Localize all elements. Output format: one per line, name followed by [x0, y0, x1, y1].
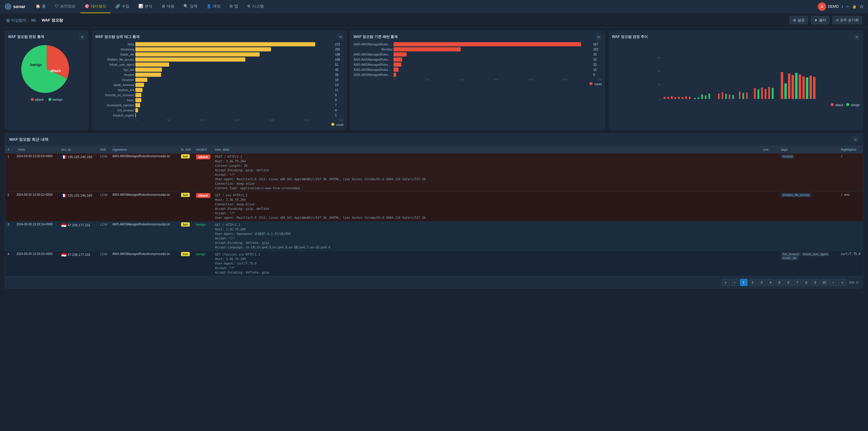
nav-apps[interactable]: ⊞ 앱 [225, 0, 242, 13]
row-raw: GET / HTTP/1.1 Host: 3.36.79.204 User-Ag… [213, 221, 761, 251]
panel2-menu[interactable]: ≡ [337, 34, 343, 40]
page-7[interactable]: 7 [794, 279, 801, 286]
tag-val: 4 [335, 109, 343, 112]
col-ip: src_ip [59, 146, 98, 153]
dashboard-icon: 🎯 [85, 4, 89, 8]
verdict-attack: attack [196, 193, 210, 198]
tag-bar [135, 57, 245, 62]
pagination: « ‹ 1 2 3 4 5 6 7 8 9 10 › » 886 건 [5, 276, 863, 288]
page-next[interactable]: › [830, 279, 837, 286]
row-verdict: attack [194, 192, 213, 221]
tag-bar-wrap [135, 93, 334, 97]
table-row[interactable]: 2 2024-09-30 13:36:52+0900 🇫🇷 135.125.24… [5, 192, 863, 221]
nav-user[interactable]: D DEMO [818, 2, 839, 11]
tag-label: #scanner [95, 78, 134, 82]
benign-dot [49, 98, 52, 101]
page-9[interactable]: 9 [811, 279, 819, 286]
filter-button[interactable]: ▼ 필터 [811, 16, 830, 24]
page-4[interactable]: 4 [767, 279, 774, 286]
lock-icon[interactable]: 🔒 [852, 4, 857, 9]
panel1-menu[interactable]: ≡ [79, 34, 85, 40]
breadcrumb-root[interactable]: 웹 이상탐지 [6, 18, 27, 23]
trend-attack-legend: attack [831, 103, 843, 107]
page-3[interactable]: 3 [758, 279, 766, 286]
nav-response[interactable]: 🖥 대응 [157, 0, 179, 13]
ip-address: 135.125.246.189 [67, 155, 92, 159]
page-first[interactable]: « [722, 279, 730, 286]
tag-bar [135, 42, 315, 46]
main-content: WAF 정오탐 판정 통계 ≡ attack benign [0, 28, 868, 292]
row-tags [779, 221, 838, 251]
table-menu[interactable]: ≡ [853, 136, 859, 143]
tag-val: 188 [335, 53, 343, 56]
svg-rect-41 [732, 95, 734, 99]
nav-security[interactable]: 🛡 보안정보 [51, 0, 80, 13]
svg-rect-46 [757, 89, 759, 99]
panel2-title: WAF 정오탐 상위 태그 통계 ≡ [95, 34, 343, 40]
page-2[interactable]: 2 [749, 279, 756, 286]
table-row[interactable]: 1 2024-09-30 13:36:53+0900 🇫🇷 135.125.24… [5, 153, 863, 192]
tag-bar-wrap [135, 83, 334, 87]
col-highlights: highlights [838, 146, 863, 153]
tag-val: 39 [335, 73, 343, 76]
nav-analysis[interactable]: 📊 분석 [134, 0, 157, 13]
tag-val: 205 [335, 48, 343, 51]
page-8[interactable]: 8 [803, 279, 810, 286]
nav-account[interactable]: 👤 계정 [202, 0, 225, 13]
tag-bar [135, 73, 161, 77]
page-6[interactable]: 6 [785, 279, 793, 286]
nav-dashboard[interactable]: 🎯 대시보드 [81, 0, 111, 13]
page-10[interactable]: 10 [820, 279, 828, 286]
reset-button[interactable]: ↺ 모두 초기화 [832, 16, 862, 24]
row-highlights: /.env [838, 192, 863, 221]
raw-data-content: GET /.env HTTP/1.1 Host: 3.36.79.204 Con… [215, 193, 758, 220]
legend-benign: benign [49, 98, 62, 101]
info-icon[interactable]: ℹ [842, 4, 843, 9]
tag-label: #python_bot [95, 89, 134, 92]
edit-icon[interactable]: ✏ [846, 4, 849, 9]
pattern-bar-row: AWS-AWSManagedRulesAdmi... 15 [353, 67, 601, 72]
table-row[interactable]: 3 2024-09-30 13:29:15+0900 🇮🇩 47.236.177… [5, 221, 863, 251]
svg-text:benign: benign [30, 63, 42, 67]
attack-dot [31, 98, 34, 101]
row-highlights: curl/7.75.0 [838, 251, 863, 276]
page-1[interactable]: 1 [740, 279, 748, 286]
svg-rect-57 [802, 76, 805, 99]
row-risk: LOW [98, 251, 110, 276]
panel4-title: WAF 정오탐 판정 추이 ≡ [612, 34, 860, 40]
nav-policy[interactable]: 🔍 정책 [179, 0, 202, 13]
table-row[interactable]: 4 2024-09-30 13:29:15+0900 🇮🇩 47.236.177… [5, 251, 863, 276]
panel-pattern-stats: WAF 정오탐 기존 패턴 통계 ≡ AWS-AWSManagedRulesAn… [350, 30, 605, 130]
tag-bar-wrap [135, 67, 334, 72]
pattern-label: AWS-AWSManagedRulesKnow... [353, 53, 392, 56]
nav-home[interactable]: 🏠 홈 [31, 0, 50, 13]
reset-icon: ↺ [836, 18, 839, 23]
pattern-bar [394, 67, 399, 72]
col-cve: cve [761, 146, 779, 153]
svg-rect-59 [809, 75, 812, 99]
svg-rect-24 [663, 97, 665, 99]
panel4-menu[interactable]: ≡ [854, 34, 860, 40]
tag-badge: #hidden_file_access [781, 193, 811, 197]
breadcrumb-actions: ⚙ 설정 ▼ 필터 ↺ 모두 초기화 [790, 16, 862, 24]
nav-system[interactable]: ⚙ 시스템 [243, 0, 268, 13]
pattern-bar-row: Blocklist 203 [353, 47, 601, 52]
nav-collect[interactable]: 🔗 수집 [111, 0, 133, 13]
panel3-menu[interactable]: ≡ [596, 34, 602, 40]
power-icon[interactable]: ⏻ [860, 4, 863, 9]
page-prev[interactable]: ‹ [731, 279, 739, 286]
tag-val: 18 [335, 78, 343, 82]
tag-bar-wrap [135, 78, 334, 82]
page-last[interactable]: » [838, 279, 846, 286]
panel1-title: WAF 정오탐 판정 통계 ≡ [8, 34, 85, 40]
tag-bar-row: #command_injection 7 [95, 103, 343, 107]
svg-rect-50 [772, 88, 774, 99]
panel-tag-stats: WAF 정오탐 상위 태그 통계 ≡ #php 272 #scanning 20… [92, 30, 347, 130]
trend-svg: 0 20 40 60 16:00 18:00 20:00 22:00 2024-… [612, 42, 860, 102]
settings-button[interactable]: ⚙ 설정 [790, 16, 808, 24]
pattern-val: 26 [593, 58, 602, 61]
col-bot: is_bot [179, 146, 194, 153]
tag-val: 9 [335, 94, 343, 97]
svg-rect-42 [739, 91, 740, 99]
page-5[interactable]: 5 [776, 279, 783, 286]
